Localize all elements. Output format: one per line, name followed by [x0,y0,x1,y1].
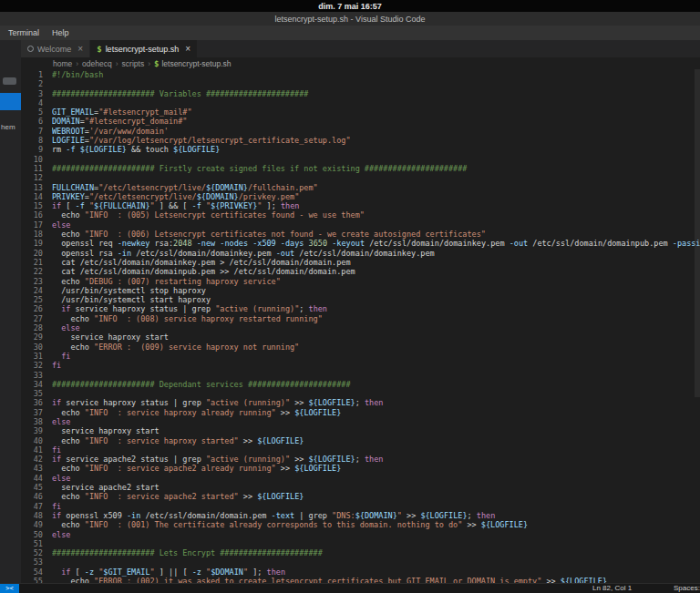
code-line[interactable]: 9rm -f ${LOGFILE} && touch ${LOGFILE} [21,145,700,154]
code-line[interactable]: 35 [21,389,700,398]
line-number: 23 [21,277,43,286]
code-text [52,79,700,88]
code-line[interactable]: 20 openssl rsa -in /etc/ssl/domain/domai… [21,249,700,258]
tab-welcome[interactable]: Welcome × [21,40,90,57]
code-line[interactable]: 51 [21,539,700,548]
code-line[interactable]: 23 echo "DEBUG : (007) restarting haprox… [21,277,700,286]
code-line[interactable]: 34###################### Dependant servi… [21,380,700,389]
code-line[interactable]: 18 echo "INFO : (006) Letsencrypt certif… [21,230,700,239]
line-number: 41 [21,445,43,455]
line-number: 53 [21,557,43,567]
code-line[interactable]: 45 service apache2 start [21,483,700,492]
breadcrumb-scripts[interactable]: scripts [122,59,145,68]
code-line[interactable]: 26 if service haproxy status | grep "act… [21,304,700,313]
close-icon[interactable]: × [77,45,83,54]
breadcrumb-file[interactable]: letsencrypt-setup.sh [161,59,231,68]
shell-file-icon: $ [154,59,159,68]
system-clock[interactable]: dim. 7 mai 16:57 [318,2,382,11]
code-line[interactable]: 19 openssl req -newkey rsa:2048 -new -no… [21,239,700,248]
code-line[interactable]: 11###################### Firstly create … [21,164,700,173]
tab-bar: Welcome × $ letsencrypt-setup.sh × [21,40,700,57]
code-line[interactable]: 49 echo "INFO : (001) The certificate al… [21,520,700,529]
code-line[interactable]: 50else [21,530,700,539]
code-line[interactable]: 6DOMAIN="#letsencrypt_domain#" [21,117,700,126]
code-line[interactable]: 17else [21,220,700,230]
code-line[interactable]: 15if [ -f "${FULLCHAIN}" ] && [ -f "${PR… [21,201,700,210]
code-line[interactable]: 4 [21,98,700,107]
code-line[interactable]: 21 cat /etc/ssl/domain/domainkey.pem > /… [21,258,700,267]
code-line[interactable]: 55 echo "ERROR : (002) it was asked to c… [21,577,700,583]
code-text: if [ -f "${FULLCHAIN}" ] && [ -f "${PRIV… [52,201,700,210]
window-title: letsencrypt-setup.sh - Visual Studio Cod… [275,15,426,24]
code-line[interactable]: 22 cat /etc/ssl/domain/domainpub.pem >> … [21,267,700,276]
code-line[interactable]: 47fi [21,502,700,511]
code-editor[interactable]: 1#!/bin/bash23###################### Var… [21,69,700,583]
chevron-right-icon: › [148,59,150,68]
status-indentation[interactable]: Spaces: 4 [674,584,700,593]
code-line[interactable]: 29 service haproxy start [21,332,700,342]
code-line[interactable]: 43 echo "INFO : service apache2 already … [21,464,700,473]
remote-indicator[interactable]: >< [0,584,19,593]
scrollbar[interactable] [695,69,700,397]
code-line[interactable]: 8LOGFILE="/var/log/letsencrypt/letsencry… [21,136,700,145]
code-line[interactable]: 41fi [21,445,700,455]
code-line[interactable]: 33 [21,371,700,380]
code-line[interactable]: 2 [21,79,700,88]
sidebar-blue-button-fragment[interactable] [0,93,21,110]
line-number: 21 [21,258,43,267]
tab-letsencrypt-setup[interactable]: $ letsencrypt-setup.sh × [90,40,198,57]
code-line[interactable]: 16 echo "INFO : (005) Letsencrypt certif… [21,210,700,220]
code-text: fi [52,352,700,361]
close-icon[interactable]: × [185,45,190,54]
code-line[interactable]: 36if service haproxy status | grep "acti… [21,398,700,407]
breadcrumb-home[interactable]: home [53,59,72,68]
code-line[interactable]: 38else [21,417,700,426]
code-text: echo "INFO : (001) The certificate alrea… [52,520,700,529]
code-line[interactable]: 54 if [ -z "$GIT_EMAIL" ] || [ -z "$DOMA… [21,567,700,577]
code-line[interactable]: 5GIT_EMAIL="#letsencrypt_mail#" [21,107,700,117]
code-line[interactable]: 37 echo "INFO : service haproxy already … [21,408,700,417]
line-number: 26 [21,304,43,313]
code-text: echo "ERROR : (009) service haproxy not … [52,343,700,352]
code-line[interactable]: 28 else [21,323,700,332]
line-number: 37 [21,408,43,417]
line-number: 15 [21,201,43,210]
code-line[interactable]: 25 /usr/bin/systemctl start haproxy [21,295,700,304]
code-text: echo "INFO : (005) Letsencrypt certifica… [52,210,700,220]
code-line[interactable]: 52###################### Lets Encrypt ##… [21,548,700,557]
code-lines: 1#!/bin/bash23###################### Var… [21,70,700,583]
code-text [52,557,700,567]
code-line[interactable]: 46 echo "INFO : service apache2 started"… [21,492,700,501]
line-number: 45 [21,483,43,492]
menu-help[interactable]: Help [46,28,76,37]
code-text: fi [52,502,700,511]
code-line[interactable]: 14PRIVKEY="/etc/letsencrypt/live/${DOMAI… [21,192,700,201]
line-number: 3 [21,89,43,98]
menu-terminal[interactable]: Terminal [2,28,46,37]
code-text: LOGFILE="/var/log/letsencrypt/letsencryp… [52,136,700,145]
line-number: 50 [21,530,43,539]
code-line[interactable]: 42if service apache2 status | grep "acti… [21,455,700,464]
code-line[interactable]: 44else [21,474,700,483]
code-line[interactable]: 27 echo "INFO : (008) service haproxy re… [21,314,700,323]
code-line[interactable]: 30 echo "ERROR : (009) service haproxy n… [21,343,700,352]
status-line-col[interactable]: Ln 82, Col 1 [592,584,632,593]
code-line[interactable]: 40 echo "INFO : service haproxy started"… [21,436,700,445]
code-line[interactable]: 31 fi [21,352,700,361]
line-number: 48 [21,511,43,520]
sidebar-icon-fragment [3,77,16,85]
code-line[interactable]: 12 [21,173,700,182]
code-line[interactable]: 39 service haproxy start [21,426,700,435]
line-number: 46 [21,492,43,501]
code-line[interactable]: 32fi [21,361,700,370]
menu-bar: Terminal Help [0,26,700,40]
code-line[interactable]: 1#!/bin/bash [21,70,700,79]
code-line[interactable]: 48if openssl x509 -in /etc/ssl/domain/do… [21,511,700,520]
code-line[interactable]: 13FULLCHAIN="/etc/letsencrypt/live/${DOM… [21,183,700,192]
code-line[interactable]: 10 [21,155,700,164]
code-line[interactable]: 3###################### Variables ######… [21,89,700,98]
code-line[interactable]: 7WEBROOT='/var/www/domain' [21,127,700,136]
code-line[interactable]: 53 [21,557,700,567]
breadcrumb-odehecq[interactable]: odehecq [82,59,112,68]
code-line[interactable]: 24 /usr/bin/systemctl stop haproxy [21,286,700,295]
